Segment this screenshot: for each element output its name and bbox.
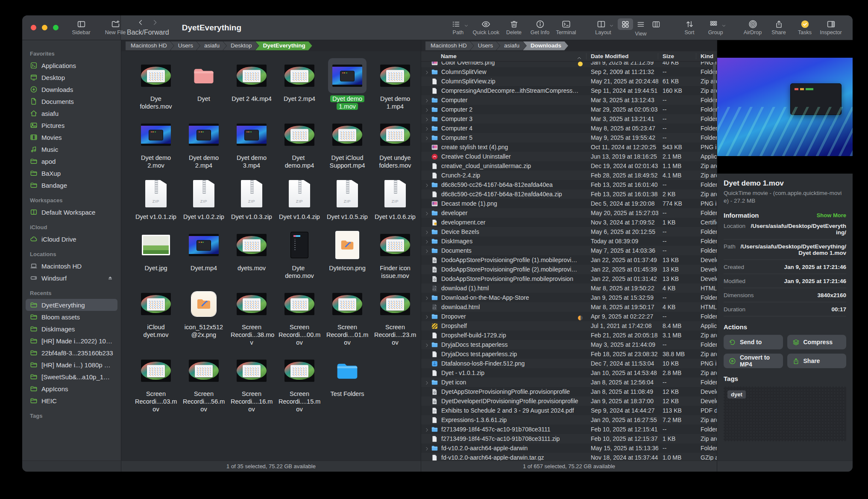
get-info-button[interactable]: Get Info — [528, 20, 551, 35]
tag-chip[interactable]: dyet — [727, 390, 746, 399]
table-row[interactable]: Documents May 7, 2025 at 14:03:36 -- Fol… — [421, 246, 717, 255]
file-grid-item[interactable]: Dyet iCloud Support.mp4 — [324, 117, 371, 169]
table-row[interactable]: Computer Mar 3, 2025 at 13:12:43 -- Fold… — [421, 95, 717, 105]
table-row[interactable]: f2713499-18f4-457c-ac10-91b708ce3111 Feb… — [421, 425, 717, 434]
sidebar-item-bloom-assets[interactable]: Bloom assets — [26, 311, 117, 323]
disclosure-chevron-icon[interactable] — [425, 239, 430, 244]
file-grid-item[interactable]: Dyet demo 1.mov — [324, 58, 371, 110]
file-grid-item[interactable]: Screen Recordi....00.mov — [276, 286, 323, 346]
table-row[interactable]: development.cer Nov 3, 2024 at 17:09:52 … — [421, 218, 717, 227]
table-row[interactable]: create stylish text (4).png Oct 11, 2024… — [421, 142, 717, 152]
breadcrumb-users[interactable]: Users — [170, 41, 200, 50]
file-grid-item[interactable]: DyteIcon.png — [324, 227, 371, 280]
table-row[interactable]: Dtafalonso-los8-Finder.512.png Dec 7, 20… — [421, 359, 717, 368]
table-row[interactable]: creative_cloud_uninstallermac.zip Dec 19… — [421, 161, 717, 171]
disclosure-chevron-icon[interactable] — [425, 210, 430, 216]
file-grid-item[interactable]: Screen Recordi....16.mov — [228, 353, 275, 413]
column-header-size[interactable]: Size — [658, 53, 696, 59]
file-grid-item[interactable]: icon_512x512@2x.png — [180, 286, 227, 346]
table-row[interactable]: Dropshelf-build-1729.zip Feb 21, 2025 at… — [421, 331, 717, 340]
sidebar-item-applications[interactable]: Applications — [26, 59, 117, 71]
table-row[interactable]: Exhibits to Schedule 2 and 3 - 29 August… — [421, 406, 717, 415]
sidebar-item-dyeteverything[interactable]: DyetEverything — [26, 299, 117, 311]
table-row[interactable]: Dyet icon Jan 8, 2025 at 12:56:04 -- Fol… — [421, 378, 717, 387]
table-row[interactable]: f2713499-18f4-457c-ac10-91b708ce3111.zip… — [421, 434, 717, 443]
file-grid-item[interactable]: Dyet undye folders.mov — [372, 117, 419, 169]
show-more-link[interactable]: Show More — [817, 212, 846, 218]
new-file-button[interactable]: New File — [104, 20, 127, 35]
table-row[interactable]: DryjaDocs test.paperless.zip Feb 18, 202… — [421, 349, 717, 359]
table-row[interactable]: download.html Mar 8, 2025 at 19:50:17 4 … — [421, 302, 717, 312]
sidebar-item-heic[interactable]: HEIC — [26, 395, 117, 407]
delete-button[interactable]: Delete — [502, 20, 525, 35]
disclosure-chevron-icon[interactable] — [425, 229, 430, 235]
view-list-button[interactable] — [633, 18, 648, 30]
table-row[interactable]: Computer 3 Mar 3, 2025 at 13:21:41 -- Fo… — [421, 114, 717, 124]
breadcrumb-macintosh-hd[interactable]: Macintosh HD — [425, 41, 474, 50]
table-row[interactable]: Expressions-1.3.6.61.zip Jan 20, 2025 at… — [421, 415, 717, 425]
disclosure-chevron-icon[interactable] — [425, 107, 430, 112]
sidebar-item-hr-made-i-1080p-copy[interactable]: [HR] Made i...) 1080p copy — [26, 359, 117, 371]
file-grid-item[interactable]: Screen Recordi....23.mov — [372, 286, 419, 346]
file-grid-item[interactable]: Dyet.jpg — [132, 227, 179, 280]
airdrop-button[interactable]: AirDrop — [741, 20, 764, 35]
share-button[interactable]: Share — [767, 20, 790, 35]
tasks-button[interactable]: Tasks — [793, 20, 816, 35]
file-grid-item[interactable]: Dyet v1.0.2.zip — [180, 176, 227, 221]
sort-button[interactable]: Sort — [678, 20, 701, 35]
file-grid-item[interactable]: Dyet v1.0.3.zip — [228, 176, 275, 221]
sidebar-item-macintosh-hd[interactable]: Macintosh HD — [26, 260, 117, 272]
table-row[interactable]: DodoAppStoreProvisioningProfile (1).mobi… — [421, 255, 717, 265]
disclosure-chevron-icon[interactable] — [425, 126, 430, 131]
sidebar-item-music[interactable]: Music — [26, 143, 117, 155]
table-row[interactable]: ColumnSplitView Sep 2, 2009 at 11:21:32 … — [421, 67, 717, 77]
sidebar-item-bandage[interactable]: Bandage — [26, 179, 117, 191]
file-grid-item[interactable]: Dyet v1.0.6.zip — [372, 176, 419, 221]
table-row[interactable]: Crunch-2.4.zip Feb 28, 2025 at 18:49:52 … — [421, 171, 717, 180]
disclosure-chevron-icon[interactable] — [425, 295, 430, 301]
file-grid-item[interactable]: Dyet — [180, 58, 227, 110]
file-grid-item[interactable]: Finder icon issue.mov — [372, 227, 419, 280]
file-grid-item[interactable]: iCloud dyet.mov — [132, 286, 179, 346]
file-grid-item[interactable]: Dyet demo 2.mp4 — [180, 117, 227, 169]
sidebar-item-pictures[interactable]: Pictures — [26, 119, 117, 131]
sidebar-item-documents[interactable]: Documents — [26, 95, 117, 107]
disclosure-chevron-icon[interactable] — [425, 427, 430, 432]
table-row[interactable]: ColumnSplitView.zip May 21, 2025 at 20:2… — [421, 77, 717, 86]
disclosure-chevron-icon[interactable] — [425, 380, 430, 385]
sidebar-item-apod[interactable]: apod — [26, 155, 117, 167]
table-row[interactable]: Dropshelf Jul 1, 2021 at 17:42:08 8.4 MB… — [421, 321, 717, 331]
breadcrumb-dyeteverything[interactable]: DyetEverything — [255, 41, 312, 50]
tags-box[interactable]: dyet — [724, 387, 846, 441]
breadcrumb-desktop[interactable]: Desktop — [223, 41, 259, 50]
table-row[interactable]: fd-v10.2.0-aarch64-apple-darwin.tar.gz N… — [421, 453, 717, 461]
scrollbar-thumb[interactable] — [713, 62, 716, 118]
share-button[interactable]: Share — [787, 354, 847, 368]
column-header-kind[interactable]: Kind — [696, 53, 717, 59]
view-grid-button[interactable] — [618, 18, 633, 30]
file-grid-item[interactable]: Dyet demo.mp4 — [276, 117, 323, 169]
file-grid-item[interactable]: Test Folders — [324, 353, 371, 413]
disclosure-chevron-icon[interactable] — [425, 342, 430, 348]
sidebar-item-baxup[interactable]: BaXup — [26, 167, 117, 179]
table-row[interactable]: download (1).html Mar 8, 2025 at 19:50:2… — [421, 283, 717, 293]
table-row[interactable]: DyetDeveloperIDProvisioningProfile.provi… — [421, 396, 717, 406]
file-grid-item[interactable]: Screen Recordi....03.mov — [132, 353, 179, 413]
compress-button[interactable]: Compress — [787, 335, 847, 349]
sidebar-item-22bf4af8-3-235160b233[interactable]: 22bf4af8-3...235160b233 — [26, 347, 117, 359]
file-grid-item[interactable]: Dye folders.mov — [132, 58, 179, 110]
sidebar-item-default-workspace[interactable]: Default Workspace — [26, 206, 117, 218]
sidebar-toggle-button[interactable]: Sidebar — [70, 20, 93, 35]
table-row[interactable]: Dropover Apr 9, 2025 at 02:22:27 -- Fold… — [421, 312, 717, 321]
table-row[interactable]: DiskImages Today at 08:39:09 -- Folder — [421, 236, 717, 246]
path-button[interactable]: Path — [446, 20, 469, 35]
table-row[interactable]: d6c8c590-cc26-4167-b64a-812eafda40ea Feb… — [421, 180, 717, 189]
sidebar-item-asiafu[interactable]: asiafu — [26, 107, 117, 119]
send-to-button[interactable]: Send to — [724, 335, 783, 349]
breadcrumb-asiafu[interactable]: asiafu — [496, 41, 526, 50]
file-grid-item[interactable]: Screen Recordi....01.mov — [324, 286, 371, 346]
zoom-button[interactable] — [53, 25, 59, 30]
back-icon[interactable] — [137, 19, 144, 28]
table-row[interactable]: Download-on-the-Mac-App-Store Jan 9, 202… — [421, 293, 717, 302]
breadcrumb-downloads[interactable]: Downloads — [523, 41, 568, 50]
